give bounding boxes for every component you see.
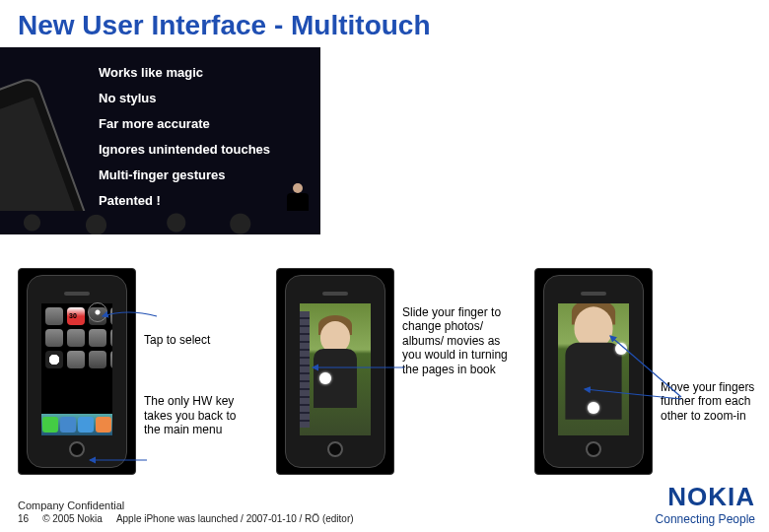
app-icon <box>110 329 112 347</box>
keynote-bullet: Far more accurate <box>99 116 270 131</box>
dock <box>41 414 112 435</box>
footer-note: Apple iPhone was launched / 2007-01-10 /… <box>116 513 354 524</box>
keynote-bullet: Works like magic <box>99 65 270 80</box>
nokia-logo: NOKIA <box>656 482 755 512</box>
finger-tap-indicator-icon <box>88 302 107 322</box>
app-icon <box>110 307 112 325</box>
photo-strip-icon <box>300 311 310 428</box>
annotation-slide: Slide your finger to change photos/ albu… <box>402 305 511 376</box>
nokia-brand: NOKIA Connecting People <box>656 482 755 526</box>
iphone-device-homescreen: 30 <box>18 268 136 475</box>
keynote-bullet: Multi-finger gestures <box>99 167 270 182</box>
app-icon <box>110 351 112 368</box>
clock-icon <box>45 351 63 368</box>
mail-icon <box>60 417 76 432</box>
nokia-tagline: Connecting People <box>656 512 755 526</box>
annotation-zoom: Move your fingers further from each othe… <box>661 380 769 423</box>
phone-example-2: Slide your finger to change photos/ albu… <box>276 268 511 475</box>
copyright: © 2005 Nokia <box>42 513 103 524</box>
app-icon <box>67 329 85 347</box>
settings-icon <box>89 351 106 368</box>
page-number: 16 <box>18 513 29 524</box>
annotation-home-key: The only HW key takes you back to the ma… <box>144 394 252 436</box>
safari-icon <box>78 417 94 432</box>
phone-example-3: Move your fingers further from each othe… <box>534 268 769 475</box>
keynote-photo: Works like magic No stylus Far more accu… <box>0 47 320 234</box>
home-button-icon <box>327 441 343 457</box>
confidential-label: Company Confidential <box>18 499 751 511</box>
home-button-icon <box>69 441 85 457</box>
app-icon <box>89 329 106 347</box>
audience-silhouette-icon <box>0 211 320 234</box>
calendar-icon: 30 <box>67 307 85 325</box>
slide-footer: Company Confidential 16 © 2005 Nokia App… <box>18 499 751 524</box>
ipod-icon <box>96 417 111 432</box>
finger-indicator-icon <box>319 372 331 384</box>
finger-indicator-icon <box>615 343 627 355</box>
phone-example-1: 30 <box>18 268 252 475</box>
child-photo-icon <box>300 303 371 435</box>
phone-icon <box>42 417 58 432</box>
annotation-tap: Tap to select <box>144 333 252 347</box>
app-icon <box>45 329 63 347</box>
child-photo-zoomed-icon <box>558 303 629 435</box>
home-button-icon <box>586 441 601 457</box>
keynote-bullet-list: Works like magic No stylus Far more accu… <box>99 65 270 219</box>
app-icon <box>45 307 63 325</box>
finger-indicator-icon <box>588 402 599 414</box>
iphone-device-photos <box>276 268 394 475</box>
iphone-device-zoom <box>534 268 653 475</box>
keynote-bullet: No stylus <box>99 91 270 105</box>
slide-title: New User Interface - Multitouch <box>0 0 769 47</box>
app-icon <box>67 351 85 368</box>
keynote-bullet: Patented ! <box>99 193 270 208</box>
keynote-bullet: Ignores unintended touches <box>99 142 270 157</box>
